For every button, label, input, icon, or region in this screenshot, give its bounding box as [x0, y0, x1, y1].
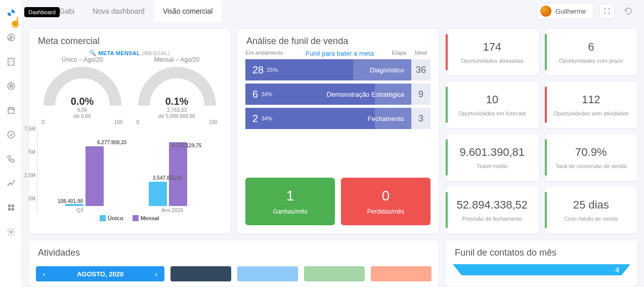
funil-link[interactable]: Funil para bater a meta	[292, 50, 387, 57]
kpi-card: 112 Oportunidades sem atividades	[544, 81, 638, 129]
nav-company[interactable]	[4, 55, 18, 69]
kpi-card: 10 Oportunidades em forecast	[445, 81, 539, 129]
cursor-icon: ☝️	[9, 16, 22, 28]
contatos-title: Funil de contatos do mês	[446, 240, 637, 261]
gauge-unico: Único – Ago/20 0.0% 0,00 de 0,00 0100	[37, 56, 128, 125]
nav-star[interactable]	[4, 79, 18, 93]
nav-phone[interactable]	[4, 152, 18, 166]
avatar	[540, 6, 551, 17]
meta-subtitle[interactable]: 🔍 META MENSAL (MENSAL)	[29, 50, 230, 56]
svg-point-8	[14, 181, 15, 182]
bar-ano-unico	[149, 182, 167, 206]
legend-mensal[interactable]: Mensal	[133, 215, 159, 221]
chevron-right-icon[interactable]: ›	[155, 270, 157, 278]
atividades-title: Atividades	[29, 240, 439, 261]
nav-apps[interactable]	[4, 200, 18, 215]
perdidas-card: 0 Perdidas/mês	[341, 178, 431, 225]
kpi-card: 9.601.390,81 Ticket médio	[445, 134, 539, 181]
svg-point-13	[10, 231, 12, 233]
funil-row[interactable]: 234%Fechamento 3	[245, 108, 431, 129]
kpi-card: 52.894.338,52 Previsão de fechamento	[445, 186, 539, 234]
svg-rect-11	[8, 208, 11, 211]
gauge-mensal: Mensal – Ago/20 0.1% 2.763,33 de 5.000.0…	[132, 56, 223, 125]
funil-card: Análise de funil de venda Em andamento F…	[237, 28, 439, 234]
topbar: ★Dash Gabi Nova dashboard Visão comercia…	[22, 0, 644, 22]
meta-title: Meta comercial	[29, 29, 230, 50]
kpi-card: 70.9% Taxa de conversão de venda	[544, 134, 638, 181]
svg-rect-1	[8, 58, 14, 65]
svg-point-5	[8, 185, 9, 186]
kpi-grid: 174 Oportunidades atrasadas 6 Oportunida…	[445, 28, 638, 234]
chevron-left-icon[interactable]: ‹	[43, 270, 45, 278]
activity-block[interactable]	[237, 266, 298, 281]
sidebar	[0, 0, 22, 287]
user-name: Guilherme	[555, 8, 586, 15]
svg-point-4	[8, 131, 15, 138]
svg-rect-12	[11, 208, 14, 211]
user-menu[interactable]: Guilherme	[537, 3, 593, 19]
kpi-card: 6 Oportunidades com prazo	[544, 28, 638, 76]
fullscreen-button[interactable]	[599, 4, 615, 19]
bar-chart: 7,5M 5M 2,5M 0M 108.401,90 6.277.908,33 …	[29, 125, 230, 226]
svg-point-6	[10, 183, 11, 184]
tab-nova-dashboard[interactable]: Nova dashboard	[83, 0, 154, 22]
refresh-button[interactable]	[621, 4, 636, 19]
nav-settings[interactable]	[4, 225, 18, 239]
funil-title: Análise de funil de venda	[237, 29, 439, 50]
meta-comercial-card: Meta comercial 🔍 META MENSAL (MENSAL) Ún…	[28, 28, 231, 234]
nav-analytics[interactable]	[4, 176, 18, 190]
activity-block[interactable]	[371, 266, 432, 281]
legend-unico[interactable]: Único	[100, 215, 123, 221]
dashboard-tooltip: Dashboard	[24, 7, 60, 17]
nav-money[interactable]	[4, 30, 18, 45]
nav-calendar[interactable]	[4, 103, 18, 117]
funnel-stage-1: 4	[453, 264, 630, 275]
ganhas-card: 1 Ganhas/mês	[245, 178, 335, 225]
tab-visao-comercial[interactable]: Visão comercial	[154, 0, 222, 22]
bar-ano-mensal	[169, 142, 187, 206]
funil-row[interactable]: 634%Demonstração Estratégica 9	[245, 84, 431, 105]
activity-block[interactable]	[170, 266, 231, 281]
search-icon: 🔍	[89, 50, 96, 56]
nav-check[interactable]	[4, 128, 18, 142]
svg-rect-9	[8, 204, 11, 207]
bar-q3-unico	[65, 204, 83, 206]
month-selector[interactable]: ‹ AGOSTO, 2020 ›	[36, 266, 164, 281]
kpi-card: 174 Oportunidades atrasadas	[445, 28, 539, 76]
svg-rect-10	[11, 204, 14, 207]
contatos-card: Funil de contatos do mês 4	[445, 240, 638, 287]
kpi-card: 25 dias Ciclo médio de venda	[544, 186, 638, 234]
svg-rect-3	[8, 108, 14, 113]
svg-point-7	[11, 184, 12, 185]
atividades-card: Atividades ‹ AGOSTO, 2020 ›	[28, 240, 439, 287]
activity-block[interactable]	[304, 266, 365, 281]
bar-q3-mensal	[85, 146, 104, 206]
funil-row[interactable]: 2825%Diagnóstico 36	[245, 59, 431, 80]
